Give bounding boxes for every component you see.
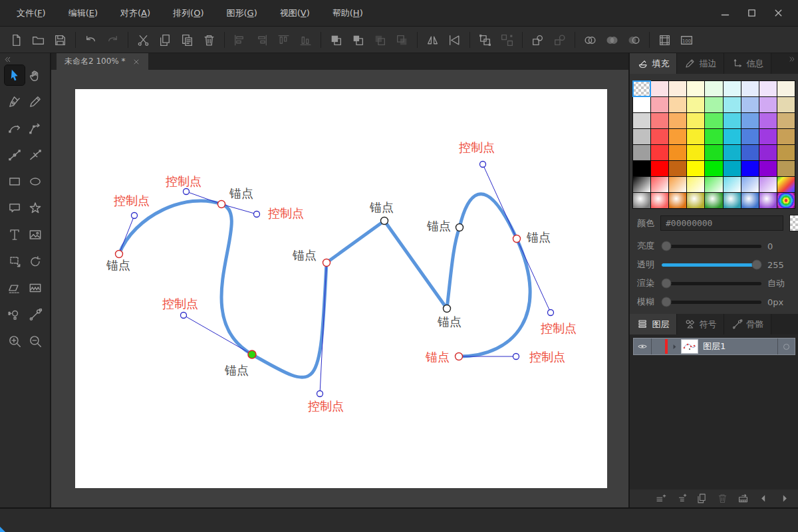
prev-layer-button[interactable]	[756, 491, 771, 506]
palette-swatch[interactable]	[633, 81, 650, 96]
bring-to-front-button[interactable]	[325, 30, 347, 50]
palette-swatch[interactable]	[724, 113, 741, 128]
palette-swatch[interactable]	[669, 145, 686, 160]
menu-item[interactable]: 帮助(H)	[324, 0, 372, 27]
palette-swatch[interactable]	[633, 161, 650, 176]
tool-transform[interactable]	[5, 251, 25, 271]
anchor-point[interactable]	[456, 224, 464, 231]
duplicate-layer-button[interactable]	[694, 491, 709, 506]
anchor-point-selected[interactable]	[248, 350, 256, 358]
flip-horizontal-button[interactable]	[422, 30, 444, 50]
open-folder-button[interactable]	[27, 30, 49, 50]
slider-track[interactable]	[662, 245, 761, 248]
layer-expander[interactable]	[668, 342, 681, 351]
tool-pen[interactable]	[5, 92, 25, 112]
palette-swatch[interactable]	[705, 193, 722, 208]
palette-swatch[interactable]	[724, 97, 741, 112]
control-point[interactable]	[181, 313, 187, 319]
palette-swatch[interactable]	[687, 145, 704, 160]
anchor-point[interactable]	[444, 305, 451, 313]
palette-swatch[interactable]	[651, 161, 668, 176]
palette-swatch[interactable]	[633, 193, 650, 208]
palette-swatch[interactable]	[724, 177, 741, 192]
tool-bubble[interactable]	[5, 198, 25, 218]
palette-swatch[interactable]	[669, 193, 686, 208]
palette-swatch[interactable]	[633, 145, 650, 160]
collapse-rightpanel-button[interactable]	[788, 55, 796, 63]
palette-swatch[interactable]	[687, 193, 704, 208]
menu-item[interactable]: 编辑(E)	[60, 0, 106, 27]
palette-swatch[interactable]	[724, 193, 741, 208]
palette-swatch[interactable]	[759, 81, 777, 96]
palette-swatch[interactable]	[633, 129, 650, 144]
palette-swatch[interactable]	[687, 129, 704, 144]
canvas[interactable]: 控制点控制点控制点控制点控制点控制点控制点控制点锚点锚点锚点锚点锚点锚点锚点锚点…	[75, 89, 607, 488]
palette-swatch[interactable]	[741, 161, 759, 176]
palette-swatch[interactable]	[651, 177, 668, 192]
palette-swatch[interactable]	[724, 145, 741, 160]
anchor-point[interactable]	[513, 235, 521, 243]
palette-swatch[interactable]	[669, 113, 686, 128]
tool-zoom-in[interactable]	[5, 331, 25, 351]
palette-swatch[interactable]	[669, 81, 686, 96]
group-button[interactable]	[474, 30, 496, 50]
slider-handle[interactable]	[662, 241, 672, 251]
layer-visibility-toggle[interactable]	[634, 341, 651, 352]
palette-swatch[interactable]	[759, 161, 777, 176]
flip-vertical-button[interactable]	[444, 30, 466, 50]
tool-bone[interactable]	[25, 305, 45, 325]
current-color-swatch[interactable]	[789, 215, 798, 231]
bool-intersect-button[interactable]	[601, 30, 623, 50]
palette-swatch[interactable]	[669, 97, 686, 112]
window-maximize-button[interactable]	[746, 7, 758, 19]
palette-swatch[interactable]	[651, 145, 668, 160]
control-point[interactable]	[317, 391, 323, 397]
tool-knife[interactable]	[25, 145, 45, 165]
tool-ellipse[interactable]	[25, 172, 45, 192]
tool-hand[interactable]	[25, 65, 45, 85]
palette-swatch[interactable]	[759, 177, 777, 192]
palette-swatch[interactable]	[777, 97, 795, 112]
anchor-point[interactable]	[381, 217, 388, 225]
palette-swatch[interactable]	[687, 81, 704, 96]
palette-swatch[interactable]	[687, 177, 704, 192]
slider-handle[interactable]	[662, 297, 672, 307]
palette-swatch[interactable]	[705, 81, 722, 96]
palette-swatch[interactable]	[777, 177, 795, 192]
anchor-point[interactable]	[116, 251, 123, 258]
anchor-point[interactable]	[218, 201, 225, 208]
palette-swatch[interactable]	[687, 97, 704, 112]
palette-swatch[interactable]	[687, 161, 704, 176]
palette-swatch[interactable]	[669, 161, 686, 176]
control-point[interactable]	[132, 213, 138, 219]
show-grid-button[interactable]	[654, 30, 676, 50]
palette-swatch[interactable]	[651, 97, 668, 112]
anchor-point[interactable]	[456, 353, 463, 360]
palette-swatch[interactable]	[724, 129, 741, 144]
palette-swatch[interactable]	[777, 161, 795, 176]
slider-handle[interactable]	[662, 279, 672, 289]
slider-track[interactable]	[662, 301, 761, 304]
control-point[interactable]	[480, 162, 486, 168]
tab-info-axes[interactable]: 信息	[724, 53, 771, 74]
palette-swatch[interactable]	[669, 177, 686, 192]
palette-swatch[interactable]	[741, 193, 759, 208]
color-value-input[interactable]	[660, 215, 783, 231]
tool-zigzag[interactable]	[25, 278, 45, 298]
add-layer-button[interactable]	[653, 491, 668, 506]
palette-swatch[interactable]	[633, 113, 650, 128]
palette-swatch[interactable]	[724, 161, 741, 176]
palette-swatch[interactable]	[777, 81, 795, 96]
menu-item[interactable]: 文件(F)	[8, 0, 55, 27]
menu-item[interactable]: 排列(O)	[164, 0, 212, 27]
anchor-point[interactable]	[323, 259, 331, 267]
tab-layers[interactable]: 图层	[630, 314, 677, 334]
palette-swatch[interactable]	[759, 145, 777, 160]
palette-swatch[interactable]	[705, 177, 722, 192]
palette-swatch[interactable]	[777, 193, 795, 208]
save-file-button[interactable]	[49, 30, 71, 50]
tab-stroke-pencil[interactable]: 描边	[677, 53, 724, 74]
layer-row[interactable]: 图层1	[633, 338, 795, 355]
palette-swatch[interactable]	[687, 113, 704, 128]
palette-swatch[interactable]	[741, 177, 759, 192]
